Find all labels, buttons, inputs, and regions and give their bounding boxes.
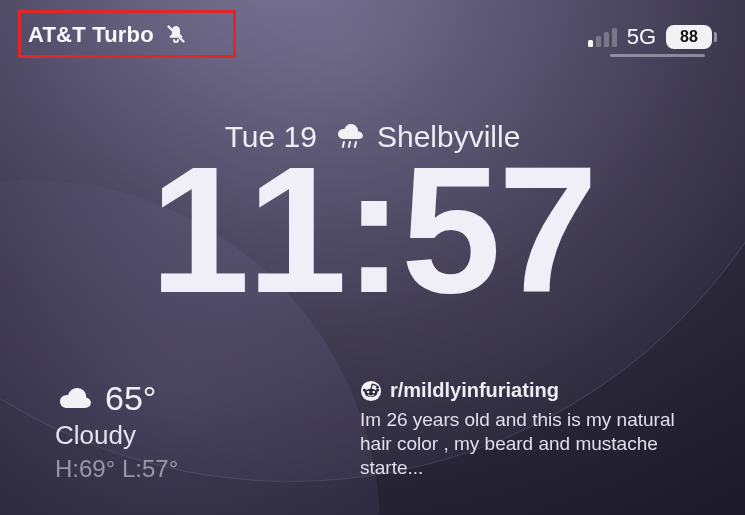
carrier-label: AT&T Turbo [28, 22, 154, 48]
svg-point-6 [367, 390, 370, 393]
weather-widget[interactable]: 65° Cloudy H:69° L:57° [55, 379, 178, 483]
svg-point-8 [376, 385, 379, 388]
silent-mode-icon [164, 23, 188, 47]
cellular-signal-icon [588, 28, 617, 47]
notification-title: r/mildlyinfuriating [390, 379, 559, 402]
svg-point-7 [372, 390, 375, 393]
battery-percent: 88 [680, 28, 698, 46]
reddit-icon [360, 380, 382, 402]
svg-point-10 [376, 388, 379, 391]
svg-point-9 [363, 388, 366, 391]
network-type-label: 5G [627, 24, 656, 50]
cloud-icon [55, 384, 95, 414]
battery-indicator: 88 [666, 25, 717, 49]
weather-condition: Cloudy [55, 420, 178, 451]
notification-body: Im 26 years old and this is my natural h… [360, 408, 690, 479]
status-bar: AT&T Turbo 5G 88 [0, 20, 745, 50]
weather-temperature: 65° [105, 379, 156, 418]
status-underline [610, 54, 705, 57]
lock-screen-time: 11:57 [0, 140, 745, 320]
weather-high-low: H:69° L:57° [55, 455, 178, 483]
notification-widget[interactable]: r/mildlyinfuriating Im 26 years old and … [360, 379, 690, 479]
